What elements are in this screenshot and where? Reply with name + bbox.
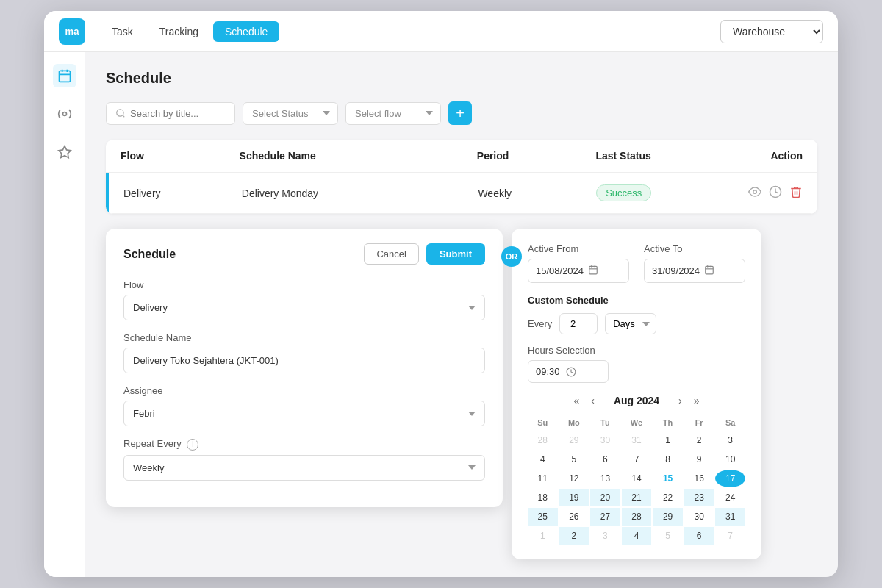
active-from-group: Active From 15/08/2024 bbox=[528, 243, 629, 283]
days-select[interactable]: Days bbox=[605, 313, 656, 334]
cal-day[interactable]: 5 bbox=[653, 527, 683, 545]
cal-day[interactable]: 6 bbox=[590, 451, 620, 468]
cal-day[interactable]: 28 bbox=[528, 431, 558, 449]
cal-day[interactable]: 22 bbox=[653, 489, 683, 506]
warehouse-select[interactable]: Warehouse bbox=[720, 20, 823, 43]
active-to-input[interactable]: 31/09/2024 bbox=[644, 259, 745, 283]
sidebar-icon-schedule[interactable] bbox=[53, 64, 76, 87]
cal-prev-prev[interactable]: « bbox=[571, 393, 583, 408]
cal-day[interactable]: 3 bbox=[715, 431, 745, 449]
cal-day[interactable]: 12 bbox=[559, 470, 589, 487]
or-badge: OR bbox=[501, 246, 522, 267]
calendar-from-icon[interactable] bbox=[588, 265, 621, 277]
status-filter[interactable]: Select Status bbox=[243, 102, 338, 125]
status-badge: Success bbox=[596, 184, 651, 201]
cal-day[interactable]: 31 bbox=[715, 508, 745, 526]
filter-bar: Select Status Select flow + bbox=[106, 101, 817, 125]
table-header: Flow Schedule Name Period Last Status Ac… bbox=[106, 140, 817, 173]
table-row: Delivery Delivery Monday Weekly Success bbox=[106, 173, 817, 214]
cell-flow: Delivery bbox=[123, 187, 242, 199]
active-from-label: Active From bbox=[528, 243, 629, 254]
calendar: « ‹ Aug 2024 › » SuMoTuWeThFrSa282930311… bbox=[528, 393, 745, 545]
clock-icon[interactable] bbox=[769, 185, 782, 201]
cal-day[interactable]: 21 bbox=[622, 489, 652, 506]
cancel-button[interactable]: Cancel bbox=[364, 243, 418, 265]
assignee-group: Assignee Febri bbox=[123, 385, 485, 426]
cal-day[interactable]: 8 bbox=[653, 451, 683, 468]
cal-day[interactable]: 5 bbox=[559, 451, 589, 468]
cal-day[interactable]: 30 bbox=[684, 508, 714, 526]
svg-rect-0 bbox=[59, 71, 70, 82]
cell-actions bbox=[714, 185, 803, 201]
repeat-select[interactable]: Weekly bbox=[123, 455, 485, 481]
cal-day[interactable]: 13 bbox=[590, 470, 620, 487]
cal-day[interactable]: 1 bbox=[528, 527, 558, 545]
flow-select[interactable]: Delivery bbox=[123, 295, 485, 320]
cal-day[interactable]: 29 bbox=[653, 508, 683, 526]
svg-point-6 bbox=[117, 110, 123, 116]
cal-day[interactable]: 24 bbox=[715, 489, 745, 506]
cal-next[interactable]: › bbox=[675, 393, 685, 408]
cal-day[interactable]: 2 bbox=[684, 431, 714, 449]
tab-tracking[interactable]: Tracking bbox=[148, 21, 210, 42]
cal-day[interactable]: 18 bbox=[528, 489, 558, 506]
cal-day[interactable]: 17 bbox=[715, 470, 745, 487]
repeat-group: Repeat Every i Weekly bbox=[123, 438, 485, 481]
cal-day[interactable]: 2 bbox=[559, 527, 589, 545]
submit-button[interactable]: Submit bbox=[426, 243, 485, 265]
date-modal: Active From 15/08/2024 bbox=[512, 229, 761, 559]
cell-period: Weekly bbox=[478, 187, 596, 199]
cal-day[interactable]: 4 bbox=[622, 527, 652, 545]
tab-task[interactable]: Task bbox=[100, 21, 145, 42]
schedule-name-input[interactable] bbox=[123, 348, 485, 373]
view-icon[interactable] bbox=[748, 185, 761, 201]
tab-schedule[interactable]: Schedule bbox=[213, 21, 279, 42]
cal-day[interactable]: 15 bbox=[653, 470, 683, 487]
repeat-label: Repeat Every i bbox=[123, 438, 485, 451]
action-icons bbox=[714, 185, 803, 201]
cal-day[interactable]: 26 bbox=[559, 508, 589, 526]
sidebar-icon-star[interactable] bbox=[53, 140, 76, 164]
cal-day[interactable]: 3 bbox=[590, 527, 620, 545]
top-nav: ma Task Tracking Schedule Warehouse bbox=[44, 11, 838, 52]
cal-day[interactable]: 7 bbox=[622, 451, 652, 468]
custom-schedule-label: Custom Schedule bbox=[528, 295, 745, 306]
col-period: Period bbox=[477, 150, 596, 162]
cal-prev[interactable]: ‹ bbox=[588, 393, 598, 408]
delete-icon[interactable] bbox=[789, 185, 803, 201]
flow-group: Flow Delivery bbox=[123, 279, 485, 320]
calendar-to-icon[interactable] bbox=[704, 265, 737, 277]
cal-day[interactable]: 9 bbox=[684, 451, 714, 468]
search-icon bbox=[115, 108, 126, 118]
cal-day[interactable]: 19 bbox=[559, 489, 589, 506]
cal-day[interactable]: 10 bbox=[715, 451, 745, 468]
cal-day[interactable]: 16 bbox=[684, 470, 714, 487]
cal-day[interactable]: 1 bbox=[653, 431, 683, 449]
active-from-input[interactable]: 15/08/2024 bbox=[528, 259, 629, 283]
every-input[interactable] bbox=[559, 313, 598, 334]
cal-day[interactable]: 14 bbox=[622, 470, 652, 487]
cal-day[interactable]: 23 bbox=[684, 489, 714, 506]
cal-day[interactable]: 31 bbox=[622, 431, 652, 449]
sidebar-icon-flow[interactable] bbox=[53, 102, 76, 126]
info-icon[interactable]: i bbox=[187, 439, 198, 451]
flow-label: Flow bbox=[123, 279, 485, 290]
schedule-name-group: Schedule Name bbox=[123, 332, 485, 373]
cal-day[interactable]: 28 bbox=[622, 508, 652, 526]
cal-day[interactable]: 25 bbox=[528, 508, 558, 526]
flow-filter[interactable]: Select flow bbox=[345, 102, 441, 125]
cal-day[interactable]: 7 bbox=[715, 527, 745, 545]
cal-next-next[interactable]: » bbox=[691, 393, 703, 408]
cal-day[interactable]: 6 bbox=[684, 527, 714, 545]
assignee-select[interactable]: Febri bbox=[123, 401, 485, 426]
hours-input-wrap[interactable]: 09:30 bbox=[528, 360, 609, 383]
cal-day[interactable]: 11 bbox=[528, 470, 558, 487]
cal-day[interactable]: 27 bbox=[590, 508, 620, 526]
add-button[interactable]: + bbox=[448, 101, 472, 125]
cal-day[interactable]: 4 bbox=[528, 451, 558, 468]
cal-day[interactable]: 30 bbox=[590, 431, 620, 449]
cal-day[interactable]: 29 bbox=[559, 431, 589, 449]
hours-label: Hours Selection bbox=[528, 345, 745, 356]
cal-day[interactable]: 20 bbox=[590, 489, 620, 506]
search-input[interactable] bbox=[130, 108, 226, 119]
